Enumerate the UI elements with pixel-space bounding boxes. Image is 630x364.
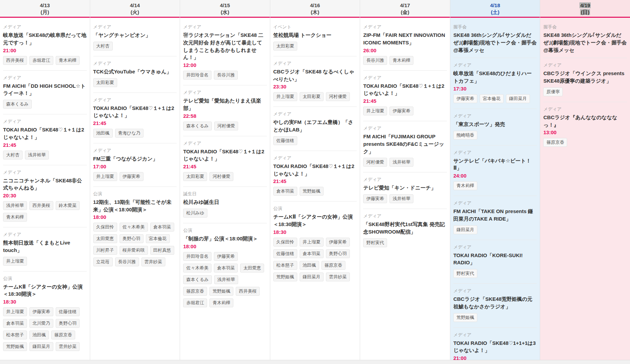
member-tag[interactable]: 松本慈子 (3, 331, 27, 339)
member-tag[interactable]: 倉本羽菜 (273, 187, 297, 196)
member-tag[interactable]: 青海ひな乃 (115, 129, 144, 138)
event-title-link[interactable]: チームKⅡ「シアターの女神」公演＜18:30開演＞ (273, 213, 357, 228)
event-title-link[interactable]: FM AICHI「FUJIMAKI GROUP presents SKE48のF… (363, 133, 447, 155)
member-tag[interactable]: 太田彩夏 (273, 42, 297, 51)
member-tag[interactable]: 奥野心羽 (120, 234, 143, 243)
member-tag[interactable]: 森本くるみ (183, 275, 212, 284)
member-tag[interactable]: 久保田怜 (93, 223, 117, 232)
member-tag[interactable]: 篠原京香 (543, 138, 567, 147)
member-tag[interactable]: 青木莉樺 (56, 56, 80, 65)
member-tag[interactable]: 篠原京香 (51, 331, 75, 339)
member-tag[interactable]: 原優寧 (543, 87, 563, 96)
member-tag[interactable]: 西井美桜 (29, 201, 53, 210)
member-tag[interactable]: 倉本羽菜 (214, 264, 238, 272)
event-title-link[interactable]: FM三重「つながるジカン」 (93, 155, 177, 163)
member-tag[interactable]: 森本くるみ (3, 100, 32, 109)
event-title-link[interactable]: CBCラジオ「SKE48 なるべくしゃべりたい」 (273, 68, 357, 83)
member-tag[interactable]: 大村杏 (3, 151, 23, 159)
event-title-link[interactable]: 岐阜放送「SKE48のひだまりハートカフェ」 (453, 70, 537, 85)
event-title-link[interactable]: 熊本朝日放送「くまもとLive touch」 (3, 239, 87, 254)
member-tag[interactable]: 荒野姫楓 (209, 287, 233, 296)
member-tag[interactable]: 赤堀君江 (29, 56, 53, 65)
event-title-link[interactable]: ニコニコチャンネル「SKE48非公式ちゃんねる」 (3, 177, 87, 192)
member-tag[interactable]: 伊藤実希 (29, 307, 53, 316)
member-tag[interactable]: 松本慈子 (273, 261, 297, 270)
event-title-link[interactable]: TOKAI RADIO「SKE48♡1+1+1は3じゃないよ！」 (453, 339, 537, 354)
member-tag[interactable]: 赤堀君江 (183, 298, 207, 307)
event-title-link[interactable]: 12期生、13期生「可能性こそが未来」公演＜18:00開演＞ (93, 198, 177, 213)
member-tag[interactable]: 熊崎晴香 (453, 131, 477, 140)
event-title-link[interactable]: CBCラジオ「SKE48荒野姫楓の元祖鯱もなかさかラジオ」 (453, 295, 537, 310)
member-tag[interactable]: 伊藤実希 (453, 94, 477, 103)
member-tag[interactable]: 田村真悠 (150, 246, 174, 255)
member-tag[interactable]: 井上瑠夏 (363, 107, 387, 115)
member-tag[interactable]: 太田彩夏 (93, 78, 117, 87)
member-tag[interactable]: 河村優愛 (363, 158, 387, 167)
event-title-link[interactable]: 「制服の芽」公演＜18:00開演＞ (183, 235, 267, 242)
member-tag[interactable]: 太田彩夏 (300, 92, 324, 101)
event-title-link[interactable]: CBCラジオ『あんななのなななっ！』 (543, 114, 627, 129)
member-tag[interactable]: 河村優愛 (326, 92, 350, 101)
event-title-link[interactable]: SKE48 36thシングル｢サンダルだぜ｣(劇場盤)現地でトーク会・握手会 @… (453, 31, 537, 54)
member-tag[interactable]: 佐藤佳穂 (273, 249, 297, 258)
member-tag[interactable]: 桜井愛莉咲 (120, 246, 148, 255)
member-tag[interactable]: 立花苺 (93, 257, 113, 266)
event-title-link[interactable]: FM AICHI「TAKE ON presents 鎌田菜月のTAKE A RI… (453, 208, 537, 223)
member-tag[interactable]: 太田彩夏 (183, 172, 207, 181)
member-tag[interactable]: 宮本倫花 (480, 94, 504, 103)
member-tag[interactable]: 雲井紗菜 (141, 257, 165, 266)
member-tag[interactable]: 浅井裕華 (389, 194, 413, 203)
horizontal-scrollbar[interactable] (0, 360, 630, 364)
member-tag[interactable]: 川村昇子 (93, 246, 117, 255)
member-tag[interactable]: 伊藤実希 (214, 252, 238, 261)
event-title-link[interactable]: TOKAI RADIO「SKE48♡１+１は2じゃないよ！」 (93, 104, 177, 120)
member-tag[interactable]: 伊藤実希 (389, 107, 413, 115)
member-tag[interactable]: 荒野姫楓 (453, 313, 477, 322)
member-tag[interactable]: 井上瑠夏 (93, 172, 117, 181)
member-tag[interactable]: 伊藤実希 (120, 172, 143, 181)
member-tag[interactable]: 井田玲音名 (183, 71, 211, 80)
member-tag[interactable]: 久保田怜 (273, 238, 297, 247)
member-tag[interactable]: 青木莉樺 (389, 56, 413, 65)
member-tag[interactable]: 野村実代 (363, 238, 387, 247)
member-tag[interactable]: 浅井裕華 (389, 158, 413, 167)
member-tag[interactable]: 井田玲音名 (183, 252, 211, 261)
member-tag[interactable]: 鎌田菜月 (29, 342, 53, 351)
event-title-link[interactable]: FM AICHI「DD HIGH SCHOOL☆トライーネ！」 (3, 82, 87, 97)
member-tag[interactable]: 青木莉樺 (453, 181, 477, 190)
member-tag[interactable]: 倉本羽菜 (3, 319, 27, 328)
member-tag[interactable]: 伊藤実希 (326, 238, 350, 247)
member-tag[interactable]: 浅井裕華 (25, 151, 49, 159)
member-tag[interactable]: 佐々木希美 (120, 223, 148, 232)
member-tag[interactable]: 鎌田菜月 (300, 272, 324, 281)
member-tag[interactable]: 篠原京香 (183, 287, 207, 296)
member-tag[interactable]: 野村実代 (453, 269, 477, 278)
member-tag[interactable]: 長谷川雅 (363, 56, 387, 65)
member-tag[interactable]: 伊藤実希 (363, 194, 387, 203)
member-tag[interactable]: 井上瑠夏 (300, 238, 324, 247)
event-title-link[interactable]: TCK公式YouTube「ウマきゅん」 (93, 68, 177, 75)
member-tag[interactable]: 倉本羽菜 (300, 249, 324, 258)
member-tag[interactable]: 長谷川雅 (214, 71, 238, 80)
member-tag[interactable]: 雲井紗菜 (326, 272, 350, 281)
event-title-link[interactable]: チームKⅡ「シアターの女神」公演＜18:30開演＞ (3, 283, 87, 298)
member-tag[interactable]: 西井美桜 (236, 287, 260, 296)
event-title-link[interactable]: TOKAI RADIO「SKE48♡１+１は2じゃないよ！」 (183, 148, 267, 163)
member-tag[interactable]: 篠原京香 (321, 261, 345, 270)
event-title-link[interactable]: 「東京スポーツ」発売 (453, 121, 537, 128)
event-title-link[interactable]: やしの実FM（エフエム豊橋）「さとかほLAB」 (273, 118, 357, 134)
event-title-link[interactable]: 「SKE48野村実代1st写真集 発売記念SHOWROOM配信」 (363, 221, 447, 236)
member-tag[interactable]: 太田愛恵 (93, 234, 117, 243)
member-tag[interactable]: 井上瑠夏 (273, 92, 297, 101)
member-tag[interactable]: 河村優愛 (209, 172, 233, 181)
member-tag[interactable]: 池田楓 (29, 331, 49, 339)
member-tag[interactable]: 青木莉樺 (209, 298, 233, 307)
event-title-link[interactable]: TOKAI RADIO「SKE48♡１+１は2じゃないよ！」 (3, 126, 87, 141)
event-title-link[interactable]: テレビ愛知「キン・ドニーチ」 (363, 184, 447, 192)
event-title-link[interactable]: 「ヤングチャンピオン」 (93, 31, 177, 39)
event-title-link[interactable]: ZIP-FM「FAIR NEXT INNOVATION ICONIC MOMEN… (363, 31, 447, 46)
member-tag[interactable]: 井上瑠夏 (3, 257, 27, 266)
event-title-link[interactable]: 笠松競馬場 トークショー (273, 31, 357, 39)
member-tag[interactable]: 浅井裕華 (214, 275, 238, 284)
member-tag[interactable]: 荒野姫楓 (273, 272, 297, 281)
